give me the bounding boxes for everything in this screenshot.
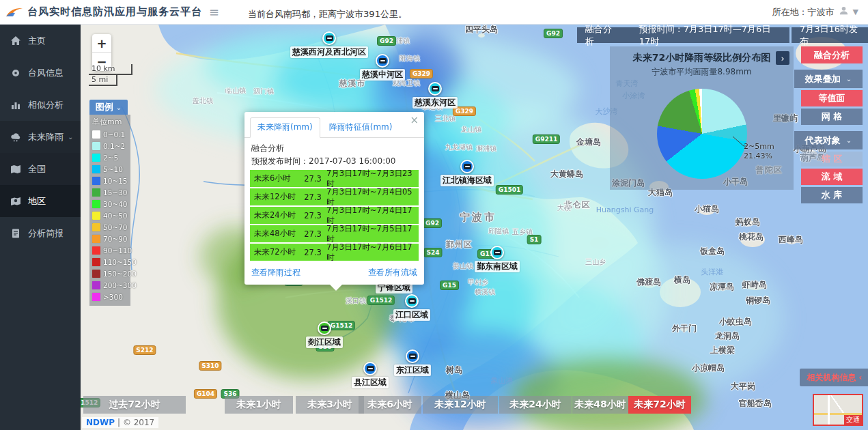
time-range-button-未来24小时[interactable]: 未来24小时 bbox=[499, 396, 572, 414]
zoom-in-button[interactable]: + bbox=[92, 34, 111, 53]
hamburger-icon[interactable]: ≡ bbox=[209, 5, 219, 19]
reservoir-icon bbox=[428, 82, 442, 96]
sidebar-item-label: 台风信息 bbox=[28, 67, 64, 79]
value-cell: 27.3 bbox=[299, 248, 326, 257]
rain-level-pie-chart[interactable] bbox=[657, 89, 747, 179]
layer-group-header-代表对象[interactable]: 代表对象⌄ bbox=[794, 131, 863, 149]
legend-color-swatch bbox=[92, 270, 100, 278]
copyright-brand[interactable]: NDWP bbox=[86, 418, 115, 427]
legend-color-swatch bbox=[92, 246, 100, 255]
layer-toggle-等值面[interactable]: 等值面 bbox=[801, 90, 863, 106]
minimap-thumbnail[interactable]: 交通 bbox=[813, 394, 863, 426]
time-range-button-过去72小时[interactable]: 过去72小时 bbox=[83, 396, 186, 414]
rain-forecast-table: 未来6小时27.37月3日17时~7月3日23时未来12小时27.37月3日17… bbox=[244, 170, 424, 261]
related-org-info-button[interactable]: 相关机构信息 ‹ bbox=[800, 369, 868, 386]
popup-tab-未来降雨(mm)[interactable]: 未来降雨(mm) bbox=[250, 117, 320, 138]
table-row[interactable]: 未来48小时27.37月3日17时~7月5日17时 bbox=[250, 225, 419, 242]
dam-glyph bbox=[409, 354, 417, 359]
legend-item-label: >300 bbox=[103, 293, 123, 301]
period-cell: 未来12小时 bbox=[250, 192, 299, 202]
legend-item-label: 40~50 bbox=[103, 212, 128, 220]
chevron-down-icon[interactable]: ▼ bbox=[853, 8, 858, 16]
region-marker-慈溪中河区[interactable]: 慈溪中河区 bbox=[360, 54, 405, 81]
panel-collapse-button[interactable]: › bbox=[776, 51, 789, 65]
region-marker-江北镇海区域[interactable]: 江北镇海区域 bbox=[440, 160, 494, 186]
road-badge-S24: S24 bbox=[423, 248, 442, 257]
region-marker-江口区域[interactable]: 江口区域 bbox=[393, 294, 430, 321]
legend-item-label: 15~30 bbox=[103, 188, 128, 197]
time-range-button-未来48小时[interactable]: 未来48小时 bbox=[572, 396, 628, 414]
traffic-layer-tag: 交通 bbox=[844, 415, 862, 425]
dam-glyph bbox=[326, 35, 333, 41]
layer-toggle-网格[interactable]: 网 格 bbox=[801, 109, 863, 125]
time-range-button-未来6小时[interactable]: 未来6小时 bbox=[359, 396, 421, 414]
sidebar-item-未来降雨[interactable]: 未来降雨⌄ bbox=[0, 121, 81, 153]
value-cell: 27.3 bbox=[299, 229, 326, 239]
sidebar-item-地区[interactable]: 地区 bbox=[0, 185, 81, 217]
legend-body: 单位mm 0~0.10.1~22~55~1010~1515~3030~4040~… bbox=[89, 115, 130, 306]
sidebar-item-label: 全国 bbox=[28, 163, 46, 175]
road-badge-G92: G92 bbox=[544, 29, 563, 38]
legend-item: 30~40 bbox=[92, 198, 128, 210]
time-range-button-未来72小时[interactable]: 未来72小时 bbox=[628, 396, 691, 414]
value-cell: 27.3 bbox=[299, 192, 326, 202]
legend-item-label: 5~10 bbox=[103, 165, 123, 173]
region-marker-label: 县江区域 bbox=[352, 377, 389, 388]
fusion-analysis-button[interactable]: 融合分析 bbox=[801, 46, 863, 63]
sidebar-item-全国[interactable]: 全国 bbox=[0, 153, 81, 185]
popup-source-label: 融合分析 bbox=[251, 142, 417, 155]
view-rain-process-link[interactable]: 查看降雨过程 bbox=[251, 267, 300, 278]
region-marker-东江区域[interactable]: 东江区域 bbox=[394, 349, 431, 376]
region-marker-鄞东南区域[interactable]: 鄞东南区域 bbox=[475, 246, 520, 272]
legend-color-swatch bbox=[92, 235, 100, 243]
region-marker-慈溪东河区[interactable]: 慈溪东河区 bbox=[412, 82, 458, 109]
sidebar-item-台风信息[interactable]: 台风信息 bbox=[0, 57, 81, 89]
forecast-info-bar: 融合分析 预报时间：7月3日17时—7月6日17时 bbox=[577, 27, 789, 43]
table-row[interactable]: 未来12小时27.37月3日17时~7月4日05时 bbox=[250, 188, 419, 205]
legend-header[interactable]: 图例 ⌄ bbox=[89, 100, 128, 115]
time-range-button-未来1小时[interactable]: 未来1小时 bbox=[225, 396, 293, 414]
legend-item: 70~90 bbox=[92, 233, 128, 244]
layer-toggle-流域[interactable]: 流 域 bbox=[801, 169, 863, 185]
region-marker-label: 鄞东南区域 bbox=[475, 261, 520, 272]
layer-group-header-效果叠加[interactable]: 效果叠加⌄ bbox=[794, 70, 863, 88]
legend-item: 5~10 bbox=[92, 163, 128, 175]
app-window: 台风实时信息防汛应用与服务云平台 ≡ 当前台风南玛都，距离宁波市391公里。 所… bbox=[0, 0, 868, 430]
reservoir-icon bbox=[318, 321, 331, 335]
reservoir-icon bbox=[405, 294, 419, 308]
sidebar-item-分析简报[interactable]: 分析简报 bbox=[0, 217, 81, 249]
legend-color-swatch bbox=[92, 130, 100, 139]
table-row[interactable]: 未来24小时27.37月3日17时~7月4日17时 bbox=[250, 207, 419, 224]
table-row[interactable]: 未来72小时27.37月3日17时~7月6日17时 bbox=[250, 244, 419, 261]
layer-toggle-辖区[interactable]: 辖 区 bbox=[801, 152, 863, 167]
user-icon[interactable] bbox=[839, 5, 849, 18]
map-canvas[interactable]: + − 10 km 5 mi 图例 ⌄ 单位mm 0~0.10.1~22~55~… bbox=[81, 25, 868, 430]
sidebar-item-label: 未来降雨 bbox=[28, 131, 64, 143]
region-marker-剡江区域[interactable]: 剡江区域 bbox=[306, 321, 343, 348]
view-all-basins-link[interactable]: 查看所有流域 bbox=[368, 267, 417, 278]
time-range-button-未来3小时[interactable]: 未来3小时 bbox=[296, 396, 364, 414]
legend-item-label: 0.1~2 bbox=[103, 142, 125, 150]
close-icon[interactable]: × bbox=[410, 115, 419, 126]
popup-tab-降雨特征值(mm)[interactable]: 降雨特征值(mm) bbox=[322, 117, 400, 138]
road-badge-G9211: G9211 bbox=[533, 134, 560, 144]
popup-tab-bar: 未来降雨(mm)降雨特征值(mm) bbox=[244, 112, 424, 138]
time-range-cell: 7月3日17时~7月6日17时 bbox=[326, 242, 419, 263]
map-scale-bar: 10 km 5 mi bbox=[89, 64, 132, 86]
legend-color-swatch bbox=[92, 293, 100, 301]
layer-toggle-水库[interactable]: 水 库 bbox=[801, 187, 863, 203]
rain-forecast-popup: × 未来降雨(mm)降雨特征值(mm) 融合分析 预报发布时间：2017-07-… bbox=[244, 112, 424, 285]
scale-km-label: 10 km bbox=[89, 64, 132, 75]
chevron-down-icon: ⌄ bbox=[846, 75, 852, 83]
sidebar-item-相似分析[interactable]: 相似分析 bbox=[0, 89, 81, 121]
sidebar-item-主页[interactable]: 主页 bbox=[0, 25, 81, 57]
table-row[interactable]: 未来6小时27.37月3日17时~7月3日23时 bbox=[250, 170, 419, 187]
region-marker-县江区域[interactable]: 县江区域 bbox=[352, 362, 389, 388]
legend-item-label: 200~300 bbox=[103, 281, 137, 289]
legend-item: 2~5 bbox=[92, 152, 128, 163]
fusion-analysis-label[interactable]: 融合分析 bbox=[585, 25, 619, 48]
time-range-button-未来12小时[interactable]: 未来12小时 bbox=[423, 396, 498, 414]
legend-unit-label: 单位mm bbox=[92, 117, 128, 127]
legend-color-swatch bbox=[92, 223, 100, 231]
region-marker-慈溪西河及西北河区[interactable]: 慈溪西河及西北河区 bbox=[290, 31, 368, 58]
